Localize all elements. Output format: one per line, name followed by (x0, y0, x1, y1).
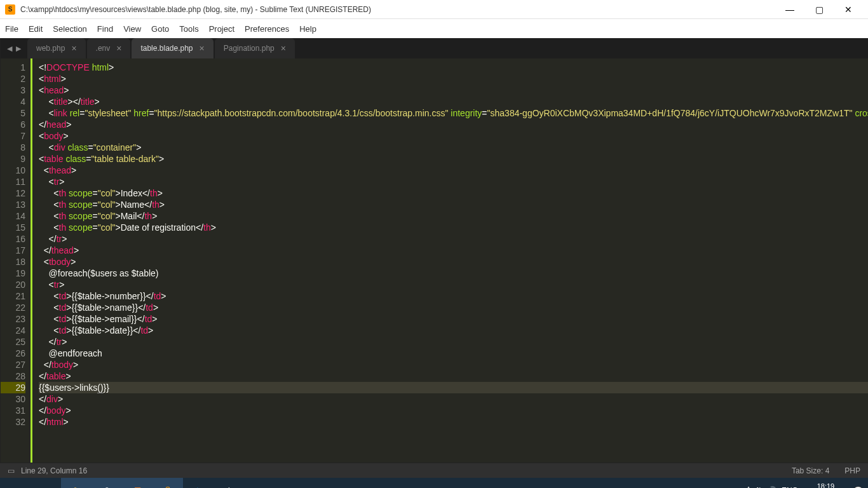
sublime-icon[interactable]: S (153, 478, 183, 488)
status-tabsize[interactable]: Tab Size: 4 (792, 466, 829, 475)
tray-clock[interactable]: 18:19 26.01.2020 (803, 482, 848, 488)
title-bar: S C:\xampp\htdocs\my\resources\views\tab… (0, 0, 868, 19)
tab-next-icon[interactable]: ▶ (16, 44, 21, 53)
tab-prev-icon[interactable]: ◀ (7, 44, 12, 53)
menu-goto[interactable]: Goto (151, 24, 169, 34)
menu-file[interactable]: File (5, 24, 18, 34)
menu-view[interactable]: View (123, 24, 141, 34)
menu-help[interactable]: Help (299, 24, 316, 34)
menu-preferences[interactable]: Preferences (245, 24, 289, 34)
minimize-button[interactable]: — (775, 0, 804, 19)
line-gutter: 1234567891011121314151617181920212223242… (1, 58, 32, 463)
xampp-icon[interactable]: ▦ (122, 478, 153, 488)
menu-project[interactable]: Project (209, 24, 234, 34)
tab-table-blade-php[interactable]: table.blade.php× (132, 38, 213, 58)
tab-close-icon[interactable]: × (116, 43, 121, 53)
tab-close-icon[interactable]: × (281, 43, 286, 53)
tab-close-icon[interactable]: × (200, 43, 205, 53)
menu-find[interactable]: Find (97, 24, 113, 34)
maximize-button[interactable]: ▢ (804, 0, 834, 19)
window-title: C:\xampp\htdocs\my\resources\views\table… (20, 5, 775, 14)
start-button[interactable]: ⊞ (0, 478, 31, 488)
tab--env[interactable]: .env× (87, 38, 131, 58)
menu-selection[interactable]: Selection (53, 24, 86, 34)
code-editor[interactable]: 1234567891011121314151617181920212223242… (1, 58, 868, 463)
code-content[interactable]: <!DOCTYPE html><html><head> <title></tit… (31, 58, 868, 463)
tab-web-php[interactable]: web.php× (27, 38, 86, 58)
status-language[interactable]: PHP (844, 466, 860, 475)
windows-taskbar: ⊞ ▣ 🗀 ◉ ▦ S ✈ ❖ ˄ ⇅ 🔊 ENG 18:19 26.01.20… (0, 478, 868, 488)
tool-icon[interactable]: ❖ (214, 478, 244, 488)
task-view-icon[interactable]: ▣ (31, 478, 61, 488)
app-icon: S (5, 4, 15, 15)
menu-bar: File Edit Selection Find View Goto Tools… (0, 19, 868, 38)
close-button[interactable]: ✕ (834, 0, 863, 19)
status-bar: ▭ Line 29, Column 16 Tab Size: 4 PHP (0, 463, 868, 478)
tab-close-icon[interactable]: × (71, 43, 76, 53)
status-position[interactable]: Line 29, Column 16 (21, 466, 87, 475)
explorer-icon[interactable]: 🗀 (61, 478, 92, 488)
menu-edit[interactable]: Edit (29, 24, 43, 34)
panel-icon[interactable]: ▭ (8, 466, 15, 475)
tab-bar: ◀ ▶ web.php×.env×table.blade.php×Paginat… (1, 38, 868, 58)
telegram-icon[interactable]: ✈ (183, 478, 214, 488)
tray-time: 18:19 (808, 482, 843, 488)
tab-Pagination-php[interactable]: Pagination.php× (215, 38, 295, 58)
chrome-icon[interactable]: ◉ (92, 478, 122, 488)
menu-tools[interactable]: Tools (179, 24, 198, 34)
